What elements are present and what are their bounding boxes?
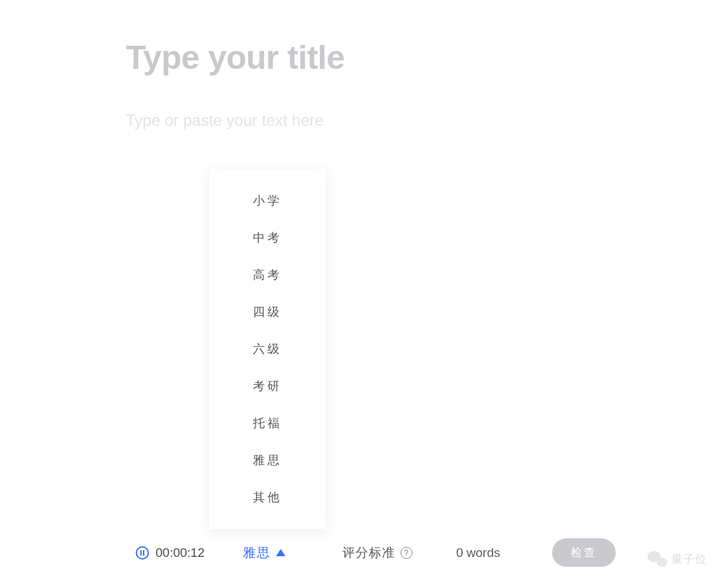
selected-level-label: 雅思 [243, 544, 271, 562]
dropdown-item-primary[interactable]: 小学 [209, 182, 326, 219]
dropdown-item-cet6[interactable]: 六级 [209, 330, 326, 368]
dropdown-item-toefl[interactable]: 托福 [209, 405, 326, 442]
level-selector[interactable]: 雅思 [243, 544, 285, 562]
level-dropdown-menu: 小学 中考 高考 四级 六级 考研 托福 雅思 其他 [209, 169, 326, 529]
dropdown-item-ielts[interactable]: 雅思 [209, 442, 326, 479]
watermark: 量子位 [647, 550, 707, 568]
criteria-link[interactable]: 评分标准 ? [342, 544, 412, 562]
bottom-bar: 00:00:12 雅思 评分标准 ? 0 words 检查 [0, 538, 715, 567]
body-input[interactable] [126, 111, 589, 130]
triangle-up-icon [276, 549, 285, 556]
timer-text: 00:00:12 [156, 546, 205, 560]
pause-icon[interactable] [136, 546, 149, 560]
title-input[interactable] [126, 38, 589, 77]
dropdown-item-kaoyan[interactable]: 考研 [209, 368, 326, 405]
dropdown-item-zhongkao[interactable]: 中考 [209, 219, 326, 256]
wechat-icon [647, 550, 667, 568]
dropdown-item-other[interactable]: 其他 [209, 479, 326, 516]
editor-area [0, 0, 715, 132]
word-count: 0 words [456, 546, 501, 560]
check-button[interactable]: 检查 [552, 538, 616, 567]
help-icon: ? [401, 547, 412, 559]
watermark-text: 量子位 [671, 552, 707, 567]
timer-group: 00:00:12 [136, 546, 205, 560]
dropdown-item-cet4[interactable]: 四级 [209, 293, 326, 330]
dropdown-item-gaokao[interactable]: 高考 [209, 256, 326, 293]
criteria-label: 评分标准 [342, 544, 395, 562]
